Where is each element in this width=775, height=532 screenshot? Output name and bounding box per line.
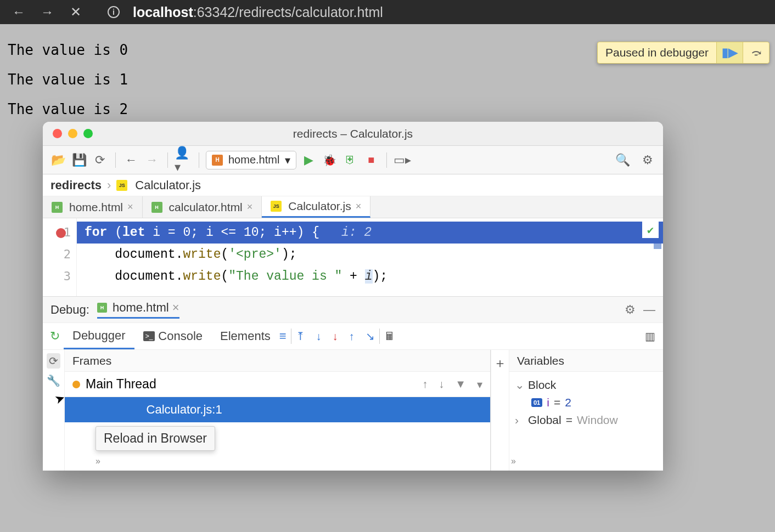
debug-config-label: home.html bbox=[113, 301, 169, 315]
url-display[interactable]: localhost:63342/redirects/calculator.htm… bbox=[133, 4, 383, 20]
close-tab-icon[interactable]: × bbox=[127, 201, 133, 213]
filter-icon[interactable]: ▼ bbox=[455, 378, 466, 391]
force-step-into-icon[interactable]: ↓ bbox=[333, 330, 338, 343]
debug-session-tab[interactable]: H home.html × bbox=[97, 301, 179, 319]
nav-close-icon[interactable]: ✕ bbox=[68, 4, 83, 20]
debugger-tab[interactable]: Debugger bbox=[64, 323, 134, 349]
vcs-icon[interactable]: 👤▾ bbox=[175, 151, 192, 169]
var-i[interactable]: 01 i = 2 bbox=[515, 394, 658, 411]
stop-button[interactable]: ■ bbox=[362, 151, 380, 169]
line-number[interactable]: 1 bbox=[43, 222, 71, 244]
url-path: :63342/redirects/calculator.html bbox=[193, 4, 383, 20]
run-to-cursor-icon[interactable]: ↘ bbox=[366, 330, 375, 343]
line-number[interactable]: 3 bbox=[43, 265, 71, 287]
minimize-window-icon[interactable] bbox=[68, 129, 77, 138]
step-out-icon[interactable]: ↑ bbox=[349, 330, 355, 343]
code-lines[interactable]: for (let i = 0; i <= 10; i++) {i: 2 docu… bbox=[77, 218, 663, 296]
stripe-marker bbox=[654, 244, 661, 249]
console-tab[interactable]: >_Console bbox=[134, 323, 211, 349]
elements-tab[interactable]: Elements bbox=[211, 323, 279, 349]
search-icon[interactable]: 🔍 bbox=[614, 151, 631, 169]
close-tab-icon[interactable]: × bbox=[356, 201, 362, 212]
console-tab-label: Console bbox=[158, 329, 203, 343]
output-line: The value is 2 bbox=[8, 101, 767, 117]
step-over-button[interactable]: ⤼ bbox=[743, 42, 769, 63]
breadcrumb-file[interactable]: Calculator.js bbox=[135, 178, 201, 193]
debug-label: Debug: bbox=[50, 303, 89, 317]
debug-button[interactable]: 🐞 bbox=[321, 151, 338, 169]
debug-body: ⟳ 🔧 Frames Main Thread ↑ ↓ ▼ ▾ anonymous… bbox=[43, 350, 663, 471]
add-watch-icon[interactable]: ＋ bbox=[493, 354, 507, 372]
wrench-icon[interactable]: 🔧 bbox=[47, 374, 60, 387]
close-window-icon[interactable] bbox=[53, 129, 62, 138]
thread-list-icon[interactable]: ≡ bbox=[279, 329, 287, 343]
var-scope-block[interactable]: ⌄ Block bbox=[515, 376, 658, 394]
gutter[interactable]: 1 2 3 bbox=[43, 218, 77, 296]
next-frame-icon[interactable]: ↓ bbox=[439, 378, 444, 391]
breadcrumb[interactable]: redirects › JS Calculator.js bbox=[43, 174, 663, 196]
step-into-icon[interactable]: ↓ bbox=[316, 330, 322, 343]
debug-settings-icon[interactable]: ⚙ bbox=[625, 303, 636, 317]
expand-icon[interactable]: » bbox=[96, 456, 100, 466]
equals: = bbox=[554, 396, 560, 409]
code-editor[interactable]: 1 2 3 for (let i = 0; i <= 10; i++) {i: … bbox=[43, 218, 663, 296]
tab-calculator-js[interactable]: JS Calculator.js × bbox=[262, 196, 370, 218]
evaluate-expression-icon[interactable]: 🖩 bbox=[384, 330, 395, 343]
resume-button[interactable]: ▮▶ bbox=[716, 42, 743, 63]
ide-title-bar[interactable]: redirects – Calculator.js bbox=[43, 122, 663, 146]
method: write bbox=[183, 269, 221, 284]
run-config-selector[interactable]: H home.html ▾ bbox=[206, 151, 296, 169]
run-button[interactable]: ▶ bbox=[300, 151, 317, 169]
browser-url-bar: ← → ✕ i localhost:63342/redirects/calcul… bbox=[0, 0, 775, 24]
coverage-button[interactable]: ⛨ bbox=[341, 151, 359, 169]
code-line-2[interactable]: document.write('<pre>'); bbox=[77, 244, 663, 265]
debug-tabs-row: ↻ Debugger >_Console Elements ≡ ⤒ ↓ ↓ ↑ … bbox=[43, 322, 663, 350]
sync-icon[interactable]: ⟳ bbox=[91, 151, 109, 169]
method: write bbox=[183, 247, 221, 262]
open-icon[interactable]: 📂 bbox=[49, 151, 67, 169]
minimize-panel-icon[interactable]: — bbox=[643, 303, 655, 317]
prev-frame-icon[interactable]: ↑ bbox=[422, 378, 428, 391]
chevron-down-icon[interactable]: ▾ bbox=[477, 378, 482, 391]
code-line-1-highlighted[interactable]: for (let i = 0; i <= 10; i++) {i: 2 bbox=[77, 222, 663, 244]
redo-nav-icon[interactable]: → bbox=[143, 151, 161, 169]
code-text: ); bbox=[282, 247, 297, 262]
tab-label: home.html bbox=[69, 201, 123, 214]
thread-row[interactable]: Main Thread ↑ ↓ ▼ ▾ bbox=[65, 372, 490, 397]
reload-browser-button[interactable]: ⟳ bbox=[47, 353, 60, 369]
attach-button[interactable]: ▭▸ bbox=[394, 151, 411, 169]
save-icon[interactable]: 💾 bbox=[70, 151, 88, 169]
run-config-label: home.html bbox=[228, 154, 279, 166]
close-tab-icon[interactable]: × bbox=[247, 201, 253, 213]
paused-label: Paused in debugger bbox=[598, 46, 716, 59]
editor-tabs: H home.html × H calculator.html × JS Cal… bbox=[43, 196, 663, 218]
separator bbox=[291, 329, 291, 344]
code-line-3[interactable]: document.write("The value is " + i); bbox=[77, 265, 663, 287]
stack-frame-row[interactable]: anonymous(), Calculator.js:1 bbox=[65, 397, 490, 422]
site-info-icon[interactable]: i bbox=[108, 6, 120, 18]
var-scope-global[interactable]: › Global = Window bbox=[515, 411, 658, 429]
tab-calculator-html[interactable]: H calculator.html × bbox=[143, 196, 262, 218]
string-literal: '<pre>' bbox=[228, 247, 282, 262]
layout-icon[interactable]: ▥ bbox=[645, 330, 655, 343]
undo-nav-icon[interactable]: ← bbox=[122, 151, 140, 169]
output-line: The value is 1 bbox=[8, 71, 767, 88]
variables-body[interactable]: ⌄ Block 01 i = 2 › Global = Window bbox=[509, 372, 663, 433]
expand-icon[interactable]: » bbox=[511, 456, 516, 466]
rerun-button[interactable]: ↻ bbox=[46, 327, 64, 345]
line-number[interactable]: 2 bbox=[43, 244, 71, 265]
chevron-right-icon[interactable]: › bbox=[515, 414, 524, 427]
settings-icon[interactable]: ⚙ bbox=[639, 151, 656, 169]
breadcrumb-project[interactable]: redirects bbox=[50, 178, 102, 193]
var-value: Window bbox=[577, 414, 618, 427]
string-literal: "The value is " bbox=[228, 269, 342, 284]
nav-back-icon[interactable]: ← bbox=[11, 4, 26, 20]
step-over-icon[interactable]: ⤒ bbox=[296, 330, 305, 343]
chevron-down-icon[interactable]: ⌄ bbox=[515, 378, 524, 392]
inspection-ok-icon[interactable]: ✔ bbox=[642, 222, 659, 238]
maximize-window-icon[interactable] bbox=[83, 129, 93, 138]
nav-forward-icon[interactable]: → bbox=[40, 4, 55, 20]
close-icon[interactable]: × bbox=[172, 301, 179, 315]
resume-icon: ▮▶ bbox=[722, 46, 738, 60]
tab-home-html[interactable]: H home.html × bbox=[43, 196, 143, 218]
